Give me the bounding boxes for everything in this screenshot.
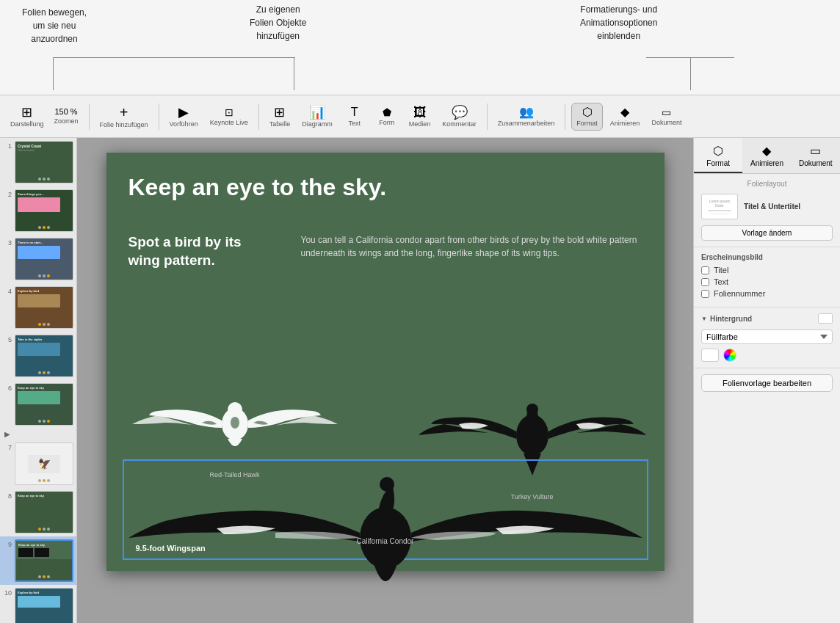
- media-label: Medien: [409, 120, 431, 128]
- foliennummer-label: Foliennummer: [714, 289, 765, 298]
- condor-label: California Condor: [357, 537, 414, 545]
- slide-body: You can tell a California condor apart f…: [301, 233, 650, 260]
- text-label: Text: [714, 277, 728, 286]
- vorlage-button[interactable]: Vorlage ändern: [701, 225, 833, 241]
- slide-preview-3: There is no start...: [15, 238, 73, 280]
- play-label: Vorführen: [170, 120, 198, 128]
- comment-button[interactable]: 💬 Kommentar: [438, 103, 481, 131]
- sep-1: [89, 103, 90, 130]
- svg-point-2: [231, 417, 239, 429]
- format-button[interactable]: ⬡ Format: [571, 103, 603, 131]
- darstellung-button[interactable]: ⊞ Darstellung: [6, 103, 48, 131]
- zoom-label: Zoomen: [54, 117, 79, 125]
- chart-icon: 📊: [309, 106, 325, 119]
- slide-preview-5: Take in the sights: [15, 335, 73, 377]
- table-button[interactable]: ⊞ Tabelle: [265, 103, 295, 131]
- comment-label: Kommentar: [442, 120, 477, 128]
- slide-thumb-8[interactable]: 8 Keep an eye to sky: [0, 488, 76, 536]
- text-button[interactable]: T Text: [340, 103, 369, 130]
- comment-icon: 💬: [452, 106, 468, 119]
- hintergrund-section: ▼ Hintergrund Füllfarbe: [694, 307, 840, 368]
- folienlayout-title: Folienlayout: [701, 180, 833, 188]
- document-button[interactable]: ▭ Dokument: [647, 104, 686, 129]
- fuellfarbe-select[interactable]: Füllfarbe: [701, 329, 833, 344]
- folienvorlage-button[interactable]: Folienvorlage bearbeiten: [701, 374, 833, 392]
- tab-format[interactable]: ⬡ Format: [694, 138, 742, 173]
- titel-label: Titel: [714, 266, 728, 274]
- text-checkbox[interactable]: [701, 278, 709, 286]
- erscheinungsbild-title: Erscheinungsbild: [701, 253, 833, 261]
- chart-button[interactable]: 📊 Diagramm: [297, 103, 337, 131]
- format-tab-icon: ⬡: [697, 144, 739, 158]
- table-label: Tabelle: [269, 120, 291, 128]
- slide-canvas[interactable]: Keep an eye to the sky. Spot a bird by i…: [106, 153, 665, 571]
- add-slide-icon: +: [120, 105, 128, 120]
- checkbox-text: Text: [701, 277, 833, 286]
- media-icon: 🖼: [413, 106, 427, 119]
- svg-point-1: [228, 402, 242, 417]
- zoomen-button[interactable]: 150 % Zoomen: [50, 105, 83, 128]
- shape-button[interactable]: ⬟ Form: [372, 104, 402, 129]
- slide-thumb-5[interactable]: 5 Take in the sights: [0, 332, 76, 380]
- canvas-area: Keep an eye to the sky. Spot a bird by i…: [77, 138, 693, 623]
- sep-2: [159, 103, 159, 130]
- slide-thumb-4[interactable]: 4 Explore by bird: [0, 283, 76, 332]
- annotation-line-1: [53, 57, 54, 90]
- checkbox-foliennummer: Foliennummer: [701, 289, 833, 298]
- toolbar: ⊞ Darstellung 150 % Zoomen + Folie hinzu…: [0, 95, 840, 138]
- svg-point-7: [380, 477, 394, 492]
- slide-thumb-2[interactable]: 2 Some things you...: [0, 186, 76, 235]
- tab-document[interactable]: ▭ Dokument: [792, 138, 840, 173]
- play-button[interactable]: ▶ Vorführen: [165, 103, 203, 131]
- add-slide-label: Folie hinzufügen: [100, 121, 148, 128]
- folienlayout-section: Folienlayout Lorem ipsum Dolor Titel & U…: [694, 174, 840, 247]
- zoom-value: 150 %: [54, 108, 77, 116]
- animate-button[interactable]: ◆ Animieren: [606, 103, 645, 130]
- annotation-hline-2: [646, 57, 734, 58]
- slide-panel: 1 Crystal Coast There is no start... 2 S…: [0, 138, 77, 623]
- slide-thumb-7[interactable]: 7 🦅: [0, 440, 76, 488]
- add-slide-button[interactable]: + Folie hinzufügen: [95, 102, 153, 131]
- document-label: Dokument: [651, 119, 681, 126]
- document-icon: ▭: [662, 107, 671, 117]
- collaborate-button[interactable]: 👥 Zusammenarbeiten: [493, 103, 560, 130]
- right-panel-tabs: ⬡ Format ◆ Animieren ▭ Dokument: [694, 138, 840, 174]
- media-button[interactable]: 🖼 Medien: [405, 103, 435, 131]
- annotation-text-3: Formatierungs- und Animationsoptionen ei…: [580, 4, 657, 41]
- slide-thumb-1[interactable]: 1 Crystal Coast There is no start...: [0, 138, 76, 186]
- hintergrund-triangle: ▼: [701, 316, 707, 322]
- slide-thumb-9[interactable]: 9 Keep an eye to sky: [0, 536, 76, 585]
- slide-thumb-3[interactable]: 3 There is no start...: [0, 235, 76, 283]
- format-tab-label: Format: [706, 159, 730, 167]
- color-swatch[interactable]: [701, 349, 719, 362]
- format-label: Format: [576, 120, 598, 127]
- hintergrund-header: ▼ Hintergrund: [701, 313, 833, 324]
- slide-preview-2: Some things you...: [15, 189, 73, 232]
- layout-name: Titel & Untertitel: [744, 203, 800, 211]
- tab-animate[interactable]: ◆ Animieren: [742, 138, 791, 173]
- collaborate-label: Zusammenarbeiten: [498, 120, 555, 127]
- shape-icon: ⬟: [383, 107, 391, 117]
- slide-preview-7: 🦅: [15, 442, 73, 485]
- layout-line-1: [708, 210, 731, 211]
- color-wheel-icon[interactable]: [723, 349, 736, 362]
- folienlayout-preview: Lorem ipsum Dolor Titel & Untertitel: [701, 194, 833, 219]
- animate-label: Animieren: [610, 120, 640, 127]
- slide-thumb-6[interactable]: 6 Keep an eye to sky: [0, 380, 76, 429]
- slide-preview-4: Explore by bird: [15, 286, 73, 329]
- annotation-bubble-3: Formatierungs- und Animationsoptionen ei…: [580, 3, 657, 43]
- right-panel: ⬡ Format ◆ Animieren ▭ Dokument Folienla…: [693, 138, 840, 623]
- slide-thumb-10[interactable]: 10 Explore by bird: [0, 585, 76, 623]
- keynote-live-button[interactable]: ⊡ Keynote Live: [206, 104, 253, 129]
- hawk-image: Red-Tailed Hawk: [128, 373, 341, 468]
- foliennummer-checkbox[interactable]: [701, 290, 709, 298]
- svg-point-5: [526, 404, 538, 415]
- slide-footer: 9.5-foot Wingspan: [136, 544, 206, 553]
- annotation-line-2: [294, 57, 294, 90]
- annotation-hline-top: [53, 57, 295, 58]
- annotation-line-3: [690, 57, 691, 90]
- layout-thumb: Lorem ipsum Dolor: [701, 194, 738, 219]
- layout-line-2: [711, 214, 728, 214]
- darstellung-icon: ⊞: [21, 106, 32, 119]
- titel-checkbox[interactable]: [701, 266, 709, 274]
